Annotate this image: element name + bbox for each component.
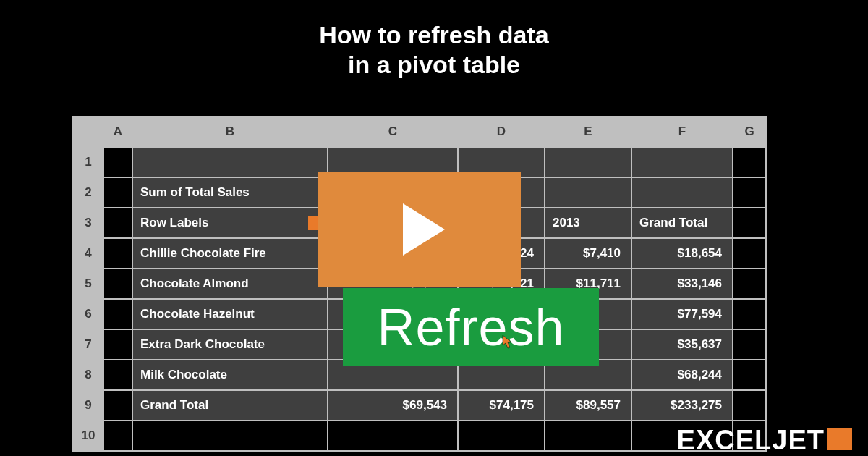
cell[interactable]	[132, 421, 328, 451]
col-header-d[interactable]: D	[458, 117, 545, 147]
cell[interactable]	[733, 329, 766, 360]
col-header-f[interactable]: F	[631, 117, 733, 147]
row-header-4[interactable]: 4	[73, 238, 103, 269]
row-header-8[interactable]: 8	[73, 360, 103, 390]
col-header-g[interactable]: G	[733, 117, 766, 147]
pivot-row-labels[interactable]: Row Labels	[132, 208, 328, 238]
row-header-9[interactable]: 9	[73, 390, 103, 421]
row-header-1[interactable]: 1	[73, 147, 103, 177]
brand-text: EXCELJET	[677, 425, 825, 455]
cell[interactable]	[545, 421, 631, 451]
mouse-cursor-icon	[502, 334, 514, 349]
title-line-1: How to refresh data	[0, 20, 868, 50]
brand-accent-icon	[827, 428, 852, 450]
cell[interactable]	[103, 299, 132, 329]
row-header-2[interactable]: 2	[73, 177, 103, 208]
pivot-row-labels-text: Row Labels	[140, 216, 208, 229]
row-header-10[interactable]: 10	[73, 421, 103, 451]
grand-total-value[interactable]: $89,557	[545, 390, 631, 421]
row-10: 10	[73, 421, 766, 451]
cell[interactable]	[733, 177, 766, 208]
row-header-5[interactable]: 5	[73, 269, 103, 299]
cell[interactable]	[132, 147, 328, 177]
title-line-2: in a pivot table	[0, 50, 868, 80]
col-header-a[interactable]: A	[103, 117, 132, 147]
grand-total-value[interactable]: $233,275	[631, 390, 733, 421]
pivot-value[interactable]: $35,637	[631, 329, 733, 360]
cell[interactable]	[733, 208, 766, 238]
refresh-callout-text: Refresh	[377, 297, 564, 357]
cell[interactable]	[103, 147, 132, 177]
select-all-corner[interactable]	[73, 117, 103, 147]
cell[interactable]	[103, 238, 132, 269]
cell[interactable]	[733, 269, 766, 299]
grand-total-row-label[interactable]: Grand Total	[132, 390, 328, 421]
pivot-value[interactable]: $7,410	[545, 238, 631, 269]
grand-total-col-header[interactable]: Grand Total	[631, 208, 733, 238]
pivot-value[interactable]: $68,244	[631, 360, 733, 390]
cell[interactable]	[545, 177, 631, 208]
brand-logo: EXCELJET	[677, 425, 852, 456]
grand-total-value[interactable]: $74,175	[458, 390, 545, 421]
video-play-button[interactable]	[318, 172, 521, 287]
pivot-row-label[interactable]: Milk Chocolate	[132, 360, 328, 390]
pivot-value[interactable]: $18,654	[631, 238, 733, 269]
row-9: 9 Grand Total $69,543 $74,175 $89,557 $2…	[73, 390, 766, 421]
pivot-value[interactable]: $33,146	[631, 269, 733, 299]
cell[interactable]	[103, 269, 132, 299]
cell[interactable]	[733, 299, 766, 329]
year-header[interactable]: 2013	[545, 208, 631, 238]
cell[interactable]	[328, 421, 458, 451]
col-header-e[interactable]: E	[545, 117, 631, 147]
row-header-6[interactable]: 6	[73, 299, 103, 329]
cell[interactable]	[103, 177, 132, 208]
play-icon	[403, 203, 445, 256]
grand-total-value[interactable]: $69,543	[328, 390, 458, 421]
pivot-row-label[interactable]: Chocolate Hazelnut	[132, 299, 328, 329]
cell[interactable]	[103, 421, 132, 451]
pivot-row-label[interactable]: Chocolate Almond	[132, 269, 328, 299]
cell[interactable]	[733, 147, 766, 177]
cell[interactable]	[545, 147, 631, 177]
column-header-row: A B C D E F G	[73, 117, 766, 147]
col-header-b[interactable]: B	[132, 117, 328, 147]
cell[interactable]	[733, 390, 766, 421]
cell[interactable]	[103, 390, 132, 421]
pivot-row-label[interactable]: Extra Dark Chocolate	[132, 329, 328, 360]
cell[interactable]	[631, 177, 733, 208]
refresh-callout: Refresh	[343, 288, 599, 366]
cell[interactable]	[458, 421, 545, 451]
cell[interactable]	[733, 360, 766, 390]
cell[interactable]	[733, 238, 766, 269]
cell[interactable]	[631, 147, 733, 177]
col-header-c[interactable]: C	[328, 117, 458, 147]
pivot-value[interactable]: $77,594	[631, 299, 733, 329]
cell[interactable]	[103, 208, 132, 238]
pivot-sum-label[interactable]: Sum of Total Sales	[132, 177, 328, 208]
row-header-3[interactable]: 3	[73, 208, 103, 238]
cell[interactable]	[103, 360, 132, 390]
cell[interactable]	[103, 329, 132, 360]
pivot-row-label[interactable]: Chillie Chocolate Fire	[132, 238, 328, 269]
page-title: How to refresh data in a pivot table	[0, 0, 868, 80]
row-header-7[interactable]: 7	[73, 329, 103, 360]
